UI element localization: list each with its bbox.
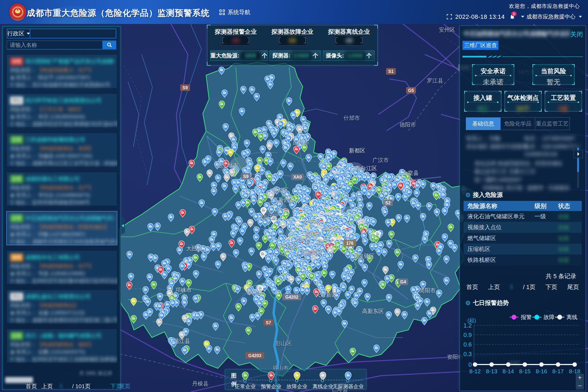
svg-text:双流区: 双流区 [282, 243, 298, 249]
svg-text:0.6: 0.6 [463, 341, 472, 348]
svg-text:安州区: 安州区 [439, 27, 455, 33]
svg-text:青羊区: 青羊区 [304, 231, 321, 237]
svg-text:德阳市: 德阳市 [400, 122, 416, 128]
svg-text:8-16: 8-16 [536, 368, 547, 374]
svg-text:176: 176 [346, 241, 354, 246]
svg-text:蒲江县: 蒲江县 [174, 338, 190, 344]
svg-text:金牛区: 金牛区 [303, 218, 319, 224]
svg-text:高新南区: 高新南区 [300, 249, 322, 255]
svg-text:8-15: 8-15 [519, 368, 531, 374]
svg-text:什邡市: 什邡市 [344, 115, 360, 121]
svg-text:锦江区: 锦江区 [317, 239, 333, 245]
svg-text:8-18: 8-18 [569, 368, 580, 374]
svg-text:新津县: 新津县 [247, 289, 263, 295]
svg-text:彭州市: 彭州市 [293, 139, 309, 145]
svg-text:XA0: XA0 [293, 175, 302, 179]
svg-text:S7: S7 [266, 320, 271, 325]
svg-text:G4203: G4203 [248, 353, 261, 358]
svg-text:大邑县: 大邑县 [186, 246, 203, 252]
svg-text:罗江县: 罗江县 [427, 78, 443, 84]
svg-text:8-14: 8-14 [503, 368, 514, 374]
svg-text:8-13: 8-13 [486, 368, 497, 374]
svg-text:温江区: 温江区 [262, 214, 278, 220]
svg-text:邛崃市: 邛崃市 [175, 287, 192, 293]
svg-text:0.9: 0.9 [463, 332, 472, 338]
svg-text:S2: S2 [385, 201, 391, 205]
svg-text:高新西区: 高新西区 [273, 197, 295, 203]
svg-text:武侯区: 武侯区 [295, 236, 311, 242]
svg-text:高新东区: 高新东区 [362, 308, 384, 314]
svg-text:离线: 离线 [566, 314, 577, 320]
svg-text:G5: G5 [408, 88, 414, 93]
svg-text:S1: S1 [388, 69, 394, 74]
svg-text:8-12: 8-12 [469, 368, 481, 374]
svg-text:青白江区: 青白江区 [355, 165, 377, 171]
svg-text:龙泉驿区: 龙泉驿区 [353, 253, 375, 259]
svg-text:8-17: 8-17 [552, 368, 564, 374]
svg-text:故障: 故障 [544, 314, 555, 320]
svg-text:广汉市: 广汉市 [372, 157, 389, 163]
svg-text:郫都区: 郫都区 [272, 187, 289, 193]
svg-text:S9: S9 [243, 174, 249, 179]
svg-text:都江堰市: 都江堰市 [216, 163, 238, 169]
svg-text:G4202: G4202 [285, 295, 298, 299]
svg-text:新都区: 新都区 [349, 148, 365, 154]
svg-text:S9: S9 [182, 85, 188, 90]
svg-text:金堂县: 金堂县 [402, 170, 419, 176]
svg-text:0.3: 0.3 [463, 351, 472, 357]
svg-text:丹棱县: 丹棱县 [192, 381, 209, 387]
svg-text:简阳市: 简阳市 [419, 287, 436, 293]
svg-text:G4: G4 [400, 280, 406, 284]
svg-text:报警: 报警 [521, 314, 532, 320]
svg-text:成华区: 成华区 [323, 225, 339, 231]
svg-text:0: 0 [468, 361, 472, 368]
svg-text:彭山区: 彭山区 [275, 340, 292, 346]
svg-text:1.2: 1.2 [463, 322, 472, 329]
svg-text:天府新区: 天府新区 [315, 292, 337, 298]
